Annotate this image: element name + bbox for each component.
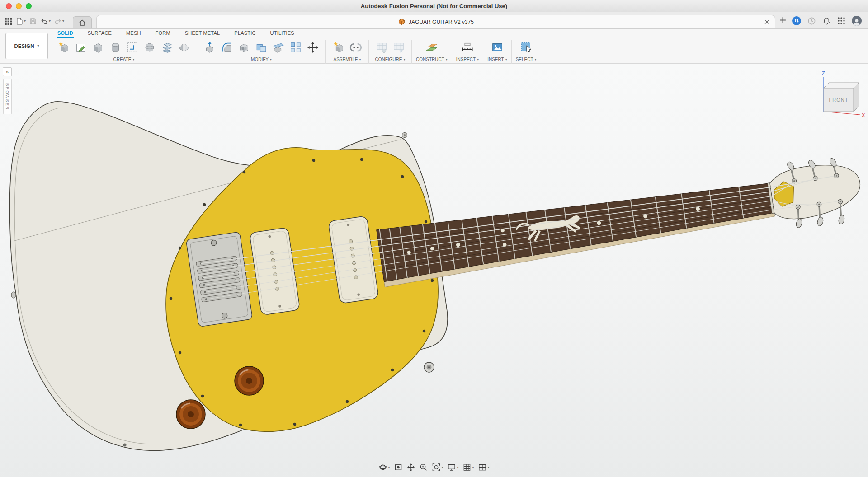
- viewports-icon[interactable]: ▾: [478, 463, 490, 472]
- measure-icon[interactable]: [459, 39, 476, 56]
- tab-surface[interactable]: SURFACE: [87, 29, 112, 38]
- ribbon-toolbar: DESIGN ▾ SOLID SURFACE MESH FORM SHEET M…: [0, 29, 868, 64]
- user-avatar[interactable]: [852, 16, 862, 26]
- document-tabbar: ▾ ▾ ▾ JAGUAR GUITAR V2 v375: [0, 12, 868, 29]
- group-label-inspect[interactable]: INSPECT▾: [456, 57, 479, 62]
- shell-icon[interactable]: [236, 39, 253, 56]
- orbit-icon[interactable]: ▾: [378, 463, 390, 472]
- select-icon[interactable]: [518, 39, 535, 56]
- dropdown-caret: ▾: [49, 19, 51, 23]
- minimize-window-button[interactable]: [16, 3, 22, 9]
- dropdown-caret: ▾: [488, 466, 490, 469]
- new-tab-icon[interactable]: [779, 16, 787, 26]
- sphere-primitive-icon[interactable]: [141, 39, 158, 56]
- workspace-label: DESIGN: [14, 43, 34, 49]
- z-axis-label: Z: [822, 70, 825, 76]
- configuration-insert-icon[interactable]: [390, 39, 407, 56]
- output-jack[interactable]: [424, 362, 434, 372]
- tone-knob[interactable]: [235, 366, 264, 395]
- guitar-model[interactable]: [0, 64, 868, 477]
- mirror-icon[interactable]: [175, 39, 193, 56]
- fullscreen-window-button[interactable]: [26, 3, 32, 9]
- dropdown-caret: ▾: [388, 466, 390, 469]
- tab-plastic[interactable]: PLASTIC: [234, 29, 256, 38]
- strap-button[interactable]: [402, 133, 407, 138]
- create-sketch-icon[interactable]: [72, 39, 90, 56]
- dropdown-caret: ▾: [403, 58, 405, 61]
- grid-snaps-icon[interactable]: ▾: [463, 463, 474, 472]
- insert-canvas-icon[interactable]: [489, 39, 506, 56]
- volume-knob[interactable]: [176, 400, 205, 429]
- notifications-bell-icon[interactable]: [822, 17, 831, 25]
- headstock[interactable]: [767, 151, 866, 234]
- model-viewport[interactable]: » BROWSER Z X FRONT ▾ ▾: [0, 64, 868, 477]
- tab-form[interactable]: FORM: [155, 29, 171, 38]
- joint-icon[interactable]: [347, 39, 364, 56]
- tab-mesh[interactable]: MESH: [126, 29, 142, 38]
- group-label-assemble[interactable]: ASSEMBLE▾: [334, 57, 361, 62]
- viewcube-right-face[interactable]: [854, 83, 859, 112]
- strap-button[interactable]: [11, 292, 16, 298]
- group-label-select[interactable]: SELECT▾: [516, 57, 537, 62]
- split-body-icon[interactable]: [270, 39, 287, 56]
- close-tab-icon[interactable]: [764, 19, 770, 27]
- dropdown-caret: ▾: [359, 58, 361, 61]
- new-component-icon[interactable]: [55, 39, 72, 56]
- undo-icon[interactable]: ▾: [40, 17, 51, 25]
- tab-solid[interactable]: SOLID: [57, 29, 74, 38]
- assemble-new-component-icon[interactable]: [330, 39, 347, 56]
- browser-expand-button[interactable]: »: [3, 67, 12, 76]
- group-label-modify[interactable]: MODIFY▾: [251, 57, 272, 62]
- dropdown-caret: ▾: [472, 466, 474, 469]
- save-icon[interactable]: [29, 17, 37, 25]
- ribbon-separator: [368, 40, 369, 66]
- display-settings-icon[interactable]: ▾: [447, 463, 458, 472]
- construction-plane-icon[interactable]: [423, 39, 440, 56]
- dropdown-caret: ▾: [132, 58, 134, 61]
- group-select: SELECT▾: [516, 39, 537, 62]
- look-at-icon[interactable]: [394, 463, 402, 472]
- pan-icon[interactable]: [406, 463, 415, 472]
- press-pull-icon[interactable]: [201, 39, 218, 56]
- sync-status-icon[interactable]: [792, 16, 801, 25]
- workspace-selector-button[interactable]: DESIGN ▾: [5, 33, 48, 59]
- fit-icon[interactable]: ▾: [432, 463, 443, 472]
- group-label-configure[interactable]: CONFIGURE▾: [375, 57, 405, 62]
- combine-icon[interactable]: [253, 39, 270, 56]
- close-window-button[interactable]: [6, 3, 12, 9]
- tab-utilities[interactable]: UTILITIES: [270, 29, 295, 38]
- browser-panel-label[interactable]: BROWSER: [3, 79, 12, 114]
- redo-icon[interactable]: ▾: [54, 17, 64, 25]
- group-assemble: ASSEMBLE▾: [330, 39, 364, 62]
- app-grid-icon[interactable]: [5, 18, 12, 25]
- cylinder-primitive-icon[interactable]: [107, 39, 124, 56]
- home-tab-icon[interactable]: [73, 16, 92, 28]
- group-configure: CONFIGURE▾: [373, 39, 407, 62]
- ribbon-separator: [452, 40, 452, 66]
- history-clock-icon[interactable]: [807, 17, 816, 25]
- rectangular-pattern-icon[interactable]: [287, 39, 304, 56]
- loft-icon[interactable]: [158, 39, 175, 56]
- active-document-tab[interactable]: JAGUAR GUITAR V2 v375: [96, 15, 775, 28]
- navigation-bar: ▾ ▾ ▾ ▾ ▾: [378, 463, 489, 472]
- ribbon-separator: [511, 40, 512, 66]
- dropdown-caret: ▾: [38, 44, 39, 48]
- new-document-icon[interactable]: ▾: [15, 17, 26, 25]
- move-copy-icon[interactable]: [304, 39, 321, 56]
- strap-button[interactable]: [123, 444, 127, 447]
- tab-sheet-metal[interactable]: SHEET METAL: [184, 29, 221, 38]
- box-primitive-icon[interactable]: [90, 39, 107, 56]
- group-label-insert[interactable]: INSERT▾: [487, 57, 507, 62]
- apps-grid-icon[interactable]: [837, 17, 845, 25]
- group-modify: MODIFY▾: [201, 39, 321, 62]
- derive-icon[interactable]: [124, 39, 141, 56]
- group-construct: CONSTRUCT▾: [416, 39, 448, 62]
- viewcube-top-face[interactable]: [824, 83, 859, 88]
- configuration-table-icon[interactable]: [373, 39, 390, 56]
- zoom-icon[interactable]: [419, 463, 428, 472]
- group-label-construct[interactable]: CONSTRUCT▾: [416, 57, 448, 62]
- viewcube[interactable]: Z X FRONT: [808, 69, 867, 120]
- group-label-create[interactable]: CREATE▾: [113, 57, 135, 62]
- dropdown-caret: ▾: [457, 466, 458, 469]
- fillet-icon[interactable]: [218, 39, 236, 56]
